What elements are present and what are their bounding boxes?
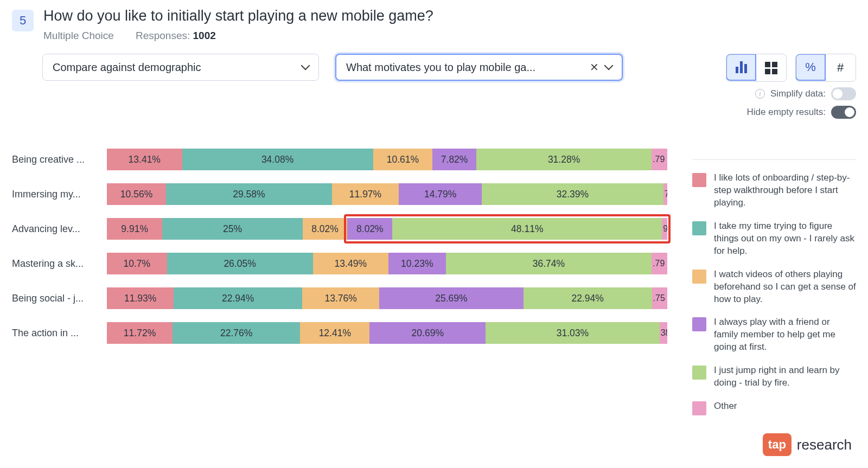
- bar-track: 13.41%34.08%10.61%7.82%31.28%.79: [107, 149, 667, 170]
- bar-track: 9.91%25%8.02%8.02%48.11%94: [107, 218, 667, 240]
- legend-text: I watch videos of others playing beforeh…: [714, 268, 856, 306]
- bar-segment[interactable]: 29.58%: [166, 183, 332, 205]
- legend-swatch: [692, 317, 706, 331]
- bar-segment[interactable]: 48.11%: [392, 218, 662, 240]
- bar-track: 10.56%29.58%11.97%14.79%32.39%7: [107, 183, 667, 205]
- brand-badge: tap: [763, 433, 792, 434]
- bar-row: Mastering a sk...10.7%26.05%13.49%10.23%…: [12, 253, 667, 274]
- bar-segment[interactable]: 7.82%: [432, 149, 476, 170]
- bar-segment[interactable]: 25%: [162, 218, 302, 240]
- bar-segment[interactable]: 38: [660, 322, 667, 344]
- legend-text: I just jump right in and learn by doing …: [714, 364, 856, 389]
- legend-text: I take my time trying to figure things o…: [714, 220, 856, 258]
- bar-row: Being creative ...13.41%34.08%10.61%7.82…: [12, 149, 667, 170]
- bar-segment[interactable]: 22.94%: [524, 287, 652, 309]
- bar-segment[interactable]: 13.49%: [313, 253, 388, 274]
- compare-demographic-dropdown[interactable]: Compare against demographic: [42, 54, 319, 81]
- bar-segment[interactable]: 9.91%: [107, 218, 162, 240]
- legend-divider: [692, 159, 856, 160]
- bar-track: 10.7%26.05%13.49%10.23%36.74%.79: [107, 253, 667, 274]
- bar-segment[interactable]: 10.7%: [107, 253, 167, 274]
- responses-label: Responses:: [136, 30, 190, 41]
- bar-segment[interactable]: 10.61%: [373, 149, 433, 170]
- legend-item[interactable]: I watch videos of others playing beforeh…: [692, 268, 856, 306]
- legend-item[interactable]: I always play with a friend or family me…: [692, 316, 856, 354]
- legend-list: I like lots of onboarding / step-by-step…: [692, 172, 856, 415]
- value-mode-toggle: % #: [795, 54, 856, 82]
- question-type-label: Multiple Choice: [43, 30, 114, 42]
- bar-segment[interactable]: 94: [662, 218, 667, 240]
- bar-segment[interactable]: 8.02%: [347, 218, 392, 240]
- bar-row: Advancing lev...9.91%25%8.02%8.02%48.11%…: [12, 218, 667, 240]
- question-title: How do you like to initially start playi…: [43, 8, 856, 24]
- info-icon[interactable]: i: [755, 89, 765, 99]
- filter-question-dropdown[interactable]: What motivates you to play mobile ga... …: [335, 54, 623, 81]
- legend-swatch: [692, 366, 706, 380]
- chart-view-button[interactable]: [726, 54, 756, 81]
- responses-count: 1002: [193, 30, 216, 41]
- bar-segment[interactable]: 26.05%: [167, 253, 313, 274]
- bar-segment[interactable]: 11.97%: [332, 183, 399, 205]
- bar-track: 11.93%22.94%13.76%25.69%22.94%.75: [107, 287, 667, 309]
- hide-empty-toggle[interactable]: [831, 106, 856, 119]
- legend-item[interactable]: I take my time trying to figure things o…: [692, 220, 856, 258]
- filter-dropdown-label: What motivates you to play mobile ga...: [346, 61, 590, 74]
- bar-row-label: Being social - j...: [12, 293, 107, 304]
- bar-row-label: Advancing lev...: [12, 223, 107, 235]
- chevron-down-icon: [302, 61, 309, 74]
- bar-segment[interactable]: 34.08%: [182, 149, 373, 170]
- brand-logo: tap research: [763, 433, 852, 434]
- hide-empty-label: Hide empty results:: [747, 107, 826, 118]
- clear-filter-icon[interactable]: ✕: [590, 62, 599, 73]
- bar-segment[interactable]: 22.94%: [174, 287, 302, 309]
- legend-swatch: [692, 270, 706, 284]
- count-button[interactable]: #: [825, 54, 856, 81]
- legend-item[interactable]: I just jump right in and learn by doing …: [692, 364, 856, 389]
- bar-track: 11.72%22.76%12.41%20.69%31.03%38: [107, 322, 667, 344]
- bar-segment[interactable]: 13.76%: [302, 287, 379, 309]
- bar-chart-icon: [736, 61, 747, 73]
- simplify-data-toggle[interactable]: [831, 87, 856, 100]
- bar-segment[interactable]: 20.69%: [369, 322, 486, 344]
- bar-segment[interactable]: 32.39%: [482, 183, 663, 205]
- bar-row-label: Being creative ...: [12, 154, 107, 165]
- bar-segment[interactable]: 14.79%: [399, 183, 482, 205]
- bar-segment[interactable]: 7: [663, 183, 667, 205]
- bar-segment[interactable]: .79: [652, 253, 667, 274]
- compare-dropdown-label: Compare against demographic: [53, 61, 302, 74]
- bar-segment[interactable]: .75: [652, 287, 667, 309]
- bar-row-label: Mastering a sk...: [12, 258, 107, 270]
- legend-text: I like lots of onboarding / step-by-step…: [714, 172, 856, 209]
- bar-segment[interactable]: 25.69%: [379, 287, 523, 309]
- grid-view-button[interactable]: [756, 54, 786, 81]
- legend-swatch: [692, 401, 706, 415]
- legend-swatch: [692, 221, 706, 235]
- bar-segment[interactable]: 36.74%: [446, 253, 652, 274]
- simplify-data-label: Simplify data:: [770, 88, 826, 99]
- bar-segment[interactable]: 10.56%: [107, 183, 166, 205]
- bar-row-label: Immersing my...: [12, 189, 107, 200]
- bar-segment[interactable]: 11.72%: [107, 322, 173, 344]
- bar-segment[interactable]: 10.23%: [388, 253, 446, 274]
- bar-row: The action in ...11.72%22.76%12.41%20.69…: [12, 322, 667, 344]
- bar-segment[interactable]: 11.93%: [107, 287, 174, 309]
- percent-button[interactable]: %: [795, 54, 826, 81]
- view-mode-toggle: [726, 54, 787, 82]
- chevron-down-icon: [605, 61, 612, 74]
- bar-segment[interactable]: 12.41%: [300, 322, 369, 344]
- bar-row-label: The action in ...: [12, 328, 107, 339]
- stacked-bar-chart: Being creative ...13.41%34.08%10.61%7.82…: [12, 149, 667, 357]
- bar-segment[interactable]: 8.02%: [303, 218, 348, 240]
- legend-item[interactable]: I like lots of onboarding / step-by-step…: [692, 172, 856, 209]
- bar-segment[interactable]: 22.76%: [173, 322, 300, 344]
- bar-segment[interactable]: .79: [652, 149, 667, 170]
- bar-row: Being social - j...11.93%22.94%13.76%25.…: [12, 287, 667, 309]
- legend-swatch: [692, 173, 706, 187]
- bar-segment[interactable]: 13.41%: [107, 149, 182, 170]
- bar-row: Immersing my...10.56%29.58%11.97%14.79%3…: [12, 183, 667, 205]
- legend-item[interactable]: Other: [692, 400, 856, 415]
- bar-segment[interactable]: 31.28%: [476, 149, 652, 170]
- bar-segment[interactable]: 31.03%: [486, 322, 660, 344]
- legend-text: I always play with a friend or family me…: [714, 316, 856, 354]
- grid-icon: [765, 62, 777, 74]
